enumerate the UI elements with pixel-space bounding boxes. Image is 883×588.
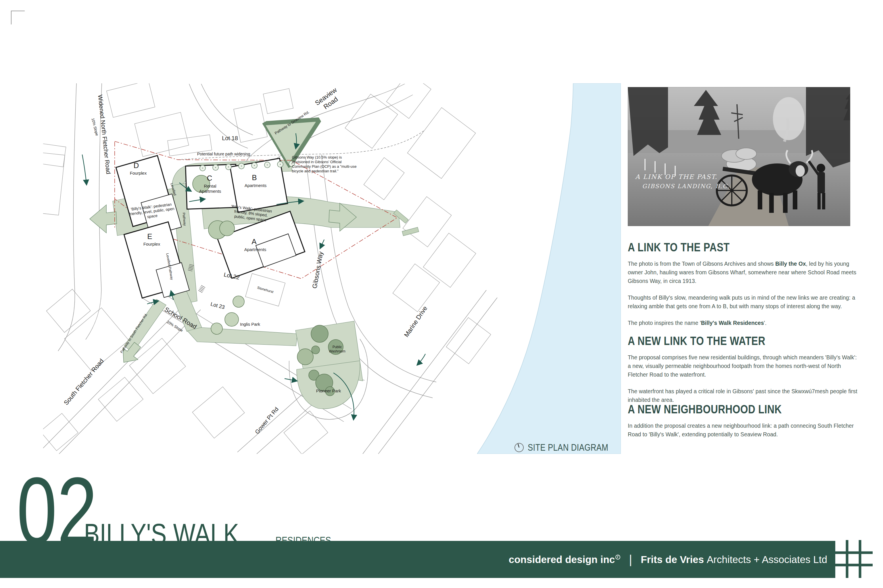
firm-name-regular: Architects + Associates Ltd bbox=[704, 554, 827, 565]
paragraph: In addition the proposal creates a new n… bbox=[628, 422, 858, 439]
map-label-c: C bbox=[207, 174, 212, 183]
map-label-public-washroom: Public Washroom bbox=[329, 345, 346, 353]
map-label-fourplex: Fourplex bbox=[143, 242, 160, 247]
firm-name-bold: Frits de Vries bbox=[641, 554, 704, 565]
studio-trademark-icon bbox=[615, 555, 620, 560]
map-label-rental-apartments: Rental Apartments bbox=[199, 183, 221, 194]
section-heading: A NEW LINK TO THE WATER bbox=[628, 334, 858, 348]
footer-bar: considered design inc | Frits de Vries A… bbox=[0, 541, 835, 578]
section-link-to-past: A LINK TO THE PAST The photo is from the… bbox=[628, 240, 858, 335]
historic-photo-scene: A LINK OF THE PAST. GIBSONS LANDING, B.C… bbox=[628, 87, 850, 226]
paragraph: The waterfront has played a critical rol… bbox=[628, 387, 858, 404]
map-label-a: A bbox=[251, 237, 256, 246]
historic-photo: A LINK OF THE PAST. GIBSONS LANDING, B.C… bbox=[628, 87, 850, 226]
section-neighbourhood-link: A NEW NEIGHBOURHOOD LINK In addition the… bbox=[628, 402, 858, 447]
map-label-apartments: Apartments bbox=[244, 247, 266, 252]
paragraph: The proposal comprises five new resident… bbox=[628, 353, 858, 379]
map-label-fourplex: Fourplex bbox=[130, 171, 147, 176]
photo-caption-line2: GIBSONS LANDING, B.C. bbox=[642, 183, 730, 190]
footer-divider: | bbox=[629, 553, 632, 567]
diagram-caption: SITE PLAN DIAGRAM bbox=[514, 442, 628, 453]
studio-name: considered design inc bbox=[509, 554, 615, 565]
water-body bbox=[477, 83, 621, 454]
diagram-caption-label: SITE PLAN DIAGRAM bbox=[528, 442, 628, 453]
map-label-apartments: Apartments bbox=[245, 183, 267, 188]
paragraph: The photo inspires the name 'Billy's Wal… bbox=[628, 318, 858, 327]
north-arrow-icon bbox=[514, 442, 524, 453]
map-label-inglis-park: Inglis Park bbox=[240, 322, 260, 327]
section-heading: A LINK TO THE PAST bbox=[628, 240, 858, 254]
map-label-e: E bbox=[147, 232, 152, 241]
map-label-gibsons-way-10-5-slope-is-envi: Gibsons Way (10.5% slope) is envisioned … bbox=[292, 155, 357, 173]
presentation-board: { "page":{"accent":"#2d574a","heading_co… bbox=[0, 0, 883, 588]
map-label-lot-18: Lot 18 bbox=[222, 135, 238, 142]
section-link-to-water: A NEW LINK TO THE WATER The proposal com… bbox=[628, 334, 858, 412]
map-label-pioneer-park: Pioneer Park bbox=[316, 388, 341, 393]
map-label-d: D bbox=[134, 161, 139, 170]
photo-caption-line1: A LINK OF THE PAST. bbox=[635, 173, 718, 180]
grid-logo-icon bbox=[833, 538, 875, 580]
paragraph: The photo is from the Town of Gibsons Ar… bbox=[628, 260, 858, 285]
paragraph: Thoughts of Billy's slow, meandering wal… bbox=[628, 293, 858, 310]
road-network bbox=[43, 83, 497, 461]
map-label-potential-future-path-widening: Potential future path widening bbox=[197, 152, 250, 156]
map-label-b: B bbox=[252, 173, 257, 182]
section-heading: A NEW NEIGHBOURHOOD LINK bbox=[628, 402, 858, 416]
